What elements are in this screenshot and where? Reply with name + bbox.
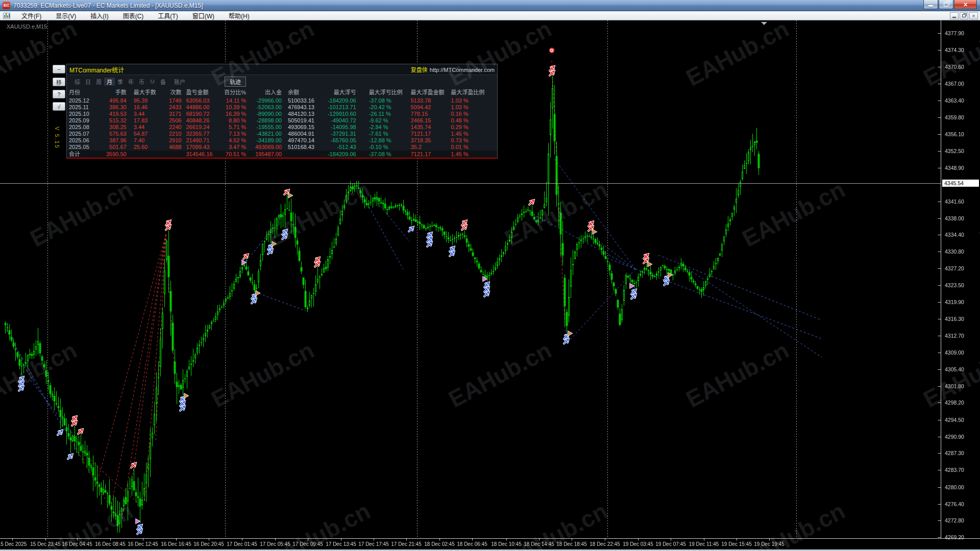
col-header-次数: 次数 [167,88,184,97]
panel-tab-年[interactable]: 年 [126,78,136,86]
time-tick-label: 16 Dec 16:45 [161,541,191,547]
cell: -49040.72 [325,117,359,124]
cell: 7.40 [129,137,167,144]
cell: -0.10 % [359,144,408,151]
panel-tab-币[interactable]: 币 [136,78,147,86]
cell: 70.51 % [221,151,249,158]
panel-tab-月[interactable]: 月 [104,78,115,86]
chart-client-area: XAUUSD.e,M15 4377.904374.304370.604367.0… [0,20,980,549]
close-icon: × [963,1,967,8]
mdi-minimize-button[interactable] [950,12,959,19]
cell: -28898.00 [249,117,285,124]
cell: 17.83 [129,117,167,124]
table-row: 2025.05501.6725.60468817099.433.47 %4930… [67,144,497,151]
panel-title-bar[interactable]: MTCommander统计 复盘侠http://MTCommander.com [67,64,497,75]
table-row: 2025.09515.3217.83250640848.268.80 %-288… [67,117,497,124]
price-tick-label: 4294.50 [945,417,964,423]
cell: 2466.15 [408,117,450,124]
cell: -184209.06 [325,97,359,104]
menu-item-4[interactable]: 工具(T) [151,11,185,20]
cell: -101213.71 [325,104,359,111]
cell: 2240 [167,124,184,131]
cell: 778.15 [408,111,450,117]
brand-name: 复盘侠 [411,67,428,73]
cell: 1.03 % [450,104,497,111]
time-tick-label: 18 Dec 10:45 [491,541,522,547]
panel-tab-账户[interactable]: 账户 [168,78,191,86]
panel-tab-M[interactable]: M [147,79,158,85]
cell: 2025.12 [67,97,104,104]
restore-button[interactable] [939,0,953,9]
panel-help-button[interactable]: ? [53,90,65,98]
time-tick-label: 18 Dec 02:45 [424,541,455,547]
price-tick-label: 4280.00 [945,484,964,490]
menu-item-1[interactable]: 显示(V) [48,11,83,20]
table-row: 2025.12495.8495.39174963056.0314.11 %-29… [67,97,497,104]
cell: 3171 [167,111,184,117]
panel-tab-日[interactable]: 日 [83,78,93,86]
cell: 510033.16 [285,97,325,104]
cell: 16.46 [129,104,167,111]
time-tick-label: 16 Dec 08:45 [95,541,126,547]
cell: 501.67 [104,144,129,151]
col-header-余额: 余额 [285,88,325,97]
menu-item-6[interactable]: 帮助(H) [222,11,257,20]
title-bar: EC 7033259: ECMarkets-Live07 - EC Market… [0,0,980,11]
time-tick-label: 19 Dec 03:45 [623,541,653,547]
cell: 26619.24 [183,124,221,131]
time-tick-label: 19 Dec 15:45 [721,541,752,547]
panel-move-button[interactable]: 移 [53,78,65,86]
panel-apply-button[interactable]: √ [53,102,65,111]
price-tick-label: 4334.40 [945,232,964,238]
cell: 0.48 % [450,117,497,124]
panel-tab-综[interactable]: 综 [72,78,83,86]
mdi-restore-icon [962,14,966,17]
close-button[interactable]: × [954,0,977,9]
mdi-close-button[interactable]: × [969,12,978,19]
cell: 54.87 [129,131,167,137]
cell: 575.63 [104,131,129,137]
price-tick-label: 4352.50 [945,148,964,154]
time-tick-label: 17 Dec 05:45 [260,541,290,547]
table-row: 2025.10419.533.44317168190.7216.39 %-890… [67,111,497,117]
time-tick-label: 18 Dec 22:45 [590,541,620,547]
menu-item-0[interactable]: 文件(F) [14,11,48,20]
price-tick-label: 4312.70 [945,333,964,339]
panel-minimize-button[interactable]: − [53,65,65,73]
col-header-最大手数: 最大手数 [129,88,167,97]
cell: 合计 [67,151,104,158]
price-tick-label: 4348.90 [945,165,964,171]
cell: 486004.91 [285,131,325,137]
cell: -34189.00 [249,137,285,144]
menu-bar: 文件(F)显示(V)插入(I)图表(C)工具(T)窗口(W)帮助(H) × [0,11,980,20]
cell: -512.43 [325,144,359,151]
minimize-button[interactable] [923,0,938,9]
cell: 7121.17 [408,131,450,137]
stats-table: 月份手数最大手数次数盈亏金额百分比%出入金余额最大浮亏最大浮亏比例最大浮盈金额最… [67,88,497,158]
price-tick-label: 4374.30 [945,47,964,53]
cell [285,151,325,158]
price-tick-label: 4301.80 [945,383,964,389]
restore-icon [944,3,948,7]
cell: 7.13 % [221,131,249,137]
cell: 0.16 % [450,111,497,117]
panel-tab-周[interactable]: 周 [93,78,104,86]
time-tick-label: 16 Dec 12:45 [128,541,158,547]
cell: 1.03 % [450,97,497,104]
cell: 308.25 [104,124,129,131]
price-tick-label: 4319.90 [945,299,964,305]
col-header-最大浮亏比例: 最大浮亏比例 [359,88,408,97]
mdi-restore-button[interactable] [960,12,968,19]
panel-tab-季[interactable]: 季 [115,78,126,86]
menu-item-5[interactable]: 窗口(W) [185,11,222,20]
table-header-row: 月份手数最大手数次数盈亏金额百分比%出入金余额最大浮亏最大浮亏比例最大浮盈金额最… [67,88,497,97]
col-header-月份: 月份 [67,88,104,97]
menu-item-2[interactable]: 插入(I) [83,11,115,20]
col-header-最大浮亏: 最大浮亏 [325,88,359,97]
price-tick-label: 4363.40 [945,97,964,104]
price-tick-label: 4338.00 [945,215,964,221]
panel-tab-备[interactable]: 备 [158,78,168,86]
menu-item-3[interactable]: 图表(C) [116,11,151,20]
cell: -19555.00 [249,124,285,131]
track-button[interactable]: 轨迹 [225,77,246,87]
